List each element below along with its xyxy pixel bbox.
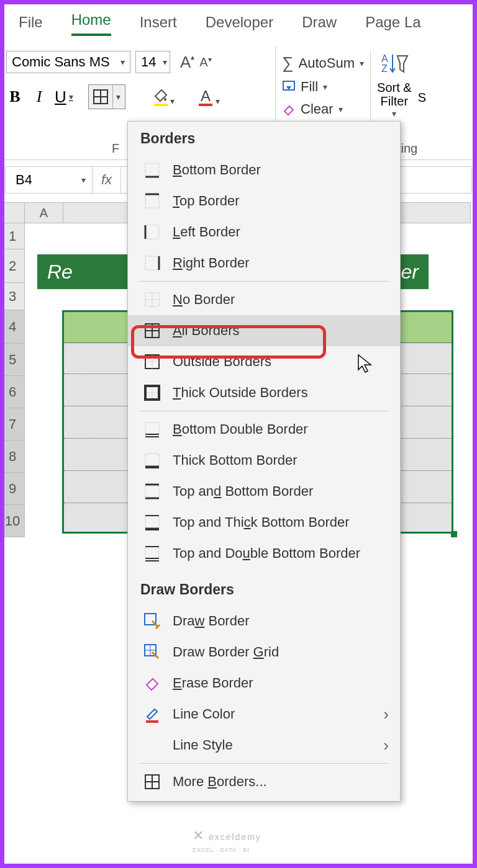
name-box[interactable]: B4 ▾	[6, 167, 93, 193]
tab-insert[interactable]: Insert	[140, 14, 177, 36]
cursor-icon	[357, 354, 376, 376]
border-top-icon	[143, 192, 161, 210]
row-header[interactable]: 7	[0, 408, 25, 441]
fx-button[interactable]: fx	[93, 167, 121, 193]
borders-dropdown-menu: Borders Bottom Border Top Border Left Bo…	[127, 121, 401, 802]
bold-button[interactable]: B	[6, 87, 24, 106]
line-style-icon	[143, 736, 161, 754]
tab-home[interactable]: Home	[71, 11, 111, 36]
chevron-down-icon: ▾	[392, 109, 396, 119]
tab-draw[interactable]: Draw	[302, 14, 337, 36]
font-size-value: 14	[141, 54, 156, 70]
chevron-down-icon: ▾	[120, 57, 125, 67]
chevron-down-icon: ▾	[81, 175, 86, 185]
menu-more-borders[interactable]: More Borders...	[128, 766, 400, 797]
font-name-value: Comic Sans MS	[12, 54, 110, 70]
menu-top-bottom-border[interactable]: Top and Bottom Border	[128, 476, 400, 507]
draw-border-grid-icon	[143, 643, 161, 661]
menu-thick-outside-borders[interactable]: Thick Outside Borders	[128, 377, 400, 408]
menu-thick-bottom-border[interactable]: Thick Bottom Border	[128, 445, 400, 476]
select-all-corner[interactable]	[0, 202, 25, 223]
fill-handle[interactable]	[451, 531, 457, 537]
menu-draw-border[interactable]: Draw Border	[128, 606, 400, 637]
borders-section-header: Borders	[128, 122, 400, 154]
border-left-icon	[143, 223, 161, 241]
svg-text:A: A	[381, 53, 388, 64]
svg-rect-40	[145, 547, 159, 558]
row-header[interactable]: 9	[0, 473, 25, 505]
svg-rect-48	[146, 720, 158, 723]
borders-split-button[interactable]: ▾	[88, 84, 125, 109]
chevron-down-icon: ▾	[163, 57, 167, 67]
font-name-combo[interactable]: Comic Sans MS ▾	[6, 51, 130, 73]
row-header[interactable]: 3	[0, 283, 25, 310]
svg-rect-37	[145, 516, 159, 529]
border-all-icon	[143, 321, 161, 340]
row-header[interactable]: 4	[0, 310, 25, 344]
menu-all-borders[interactable]: All Borders	[128, 315, 400, 346]
watermark: ✕ exceldemy EXCEL · DATA · BI	[193, 828, 261, 854]
draw-border-icon	[143, 612, 161, 630]
font-size-combo[interactable]: 14 ▾	[135, 51, 170, 73]
svg-rect-15	[145, 256, 159, 270]
font-color-icon: A	[197, 87, 214, 106]
menu-bottom-border[interactable]: Bottom Border	[128, 154, 400, 186]
shrink-font-button[interactable]: A▾	[199, 55, 211, 69]
underline-button[interactable]: U▾	[55, 87, 73, 107]
italic-button[interactable]: I	[32, 87, 46, 106]
border-top-thick-bottom-icon	[143, 513, 161, 532]
row-header[interactable]: 8	[0, 441, 25, 473]
menu-top-thick-bottom-border[interactable]: Top and Thick Bottom Border	[128, 507, 400, 538]
tab-developer[interactable]: Developer	[206, 14, 273, 36]
borders-dropdown-arrow[interactable]: ▾	[112, 85, 124, 109]
font-color-button[interactable]: A ▾	[197, 87, 220, 106]
row-header[interactable]: 10	[0, 505, 25, 537]
tab-pagelayout[interactable]: Page La	[365, 14, 420, 36]
menu-top-double-bottom-border[interactable]: Top and Double Bottom Border	[128, 538, 400, 569]
menu-erase-border[interactable]: Erase Border	[128, 668, 400, 699]
svg-rect-9	[145, 163, 159, 177]
menu-line-color[interactable]: Line Color	[128, 699, 400, 730]
line-color-icon	[143, 705, 161, 723]
sort-filter-icon: AZ	[380, 51, 409, 78]
more-borders-icon	[143, 772, 161, 791]
border-thick-bottom-icon	[143, 451, 161, 470]
menu-line-style[interactable]: Line Style	[128, 730, 400, 761]
chevron-down-icon: ▾	[360, 58, 364, 68]
clear-button[interactable]: Clear ▾	[282, 101, 364, 117]
column-header-a[interactable]: A	[25, 202, 63, 223]
row-header[interactable]: 5	[0, 344, 25, 376]
row-header[interactable]: 2	[0, 249, 25, 283]
borders-icon	[93, 89, 109, 105]
svg-rect-17	[145, 293, 159, 306]
fill-color-button[interactable]: ▾	[152, 87, 175, 106]
menu-no-border[interactable]: No Border	[128, 284, 400, 315]
eraser-icon	[282, 102, 296, 116]
menu-top-border[interactable]: Top Border	[128, 186, 400, 217]
border-thick-outside-icon	[143, 383, 161, 402]
chevron-down-icon: ▾	[170, 96, 175, 106]
menu-left-border[interactable]: Left Border	[128, 217, 400, 248]
svg-rect-23	[145, 355, 159, 369]
bucket-icon	[152, 87, 169, 106]
grow-font-button[interactable]: A▴	[180, 53, 194, 72]
erase-border-icon	[143, 674, 161, 692]
border-top-bottom-icon	[143, 482, 161, 501]
tab-file[interactable]: File	[19, 14, 43, 36]
menu-right-border[interactable]: Right Border	[128, 248, 400, 279]
chevron-down-icon: ▾	[216, 96, 220, 106]
autosum-button[interactable]: ∑ AutoSum ▾	[282, 53, 364, 73]
fill-button[interactable]: Fill ▾	[282, 79, 364, 95]
svg-rect-3	[154, 104, 168, 106]
svg-text:A: A	[201, 87, 211, 104]
border-bottom-icon	[143, 161, 161, 179]
chevron-down-icon: ▾	[323, 82, 327, 92]
row-header[interactable]: 6	[0, 376, 25, 408]
fill-down-icon	[282, 80, 296, 94]
cut-label-partial: S	[418, 51, 426, 159]
menu-draw-border-grid[interactable]: Draw Border Grid	[128, 637, 400, 668]
menu-bottom-double-border[interactable]: Bottom Double Border	[128, 414, 400, 445]
border-none-icon	[143, 290, 161, 309]
row-header[interactable]: 1	[0, 223, 25, 249]
border-bottom-double-icon	[143, 420, 161, 439]
